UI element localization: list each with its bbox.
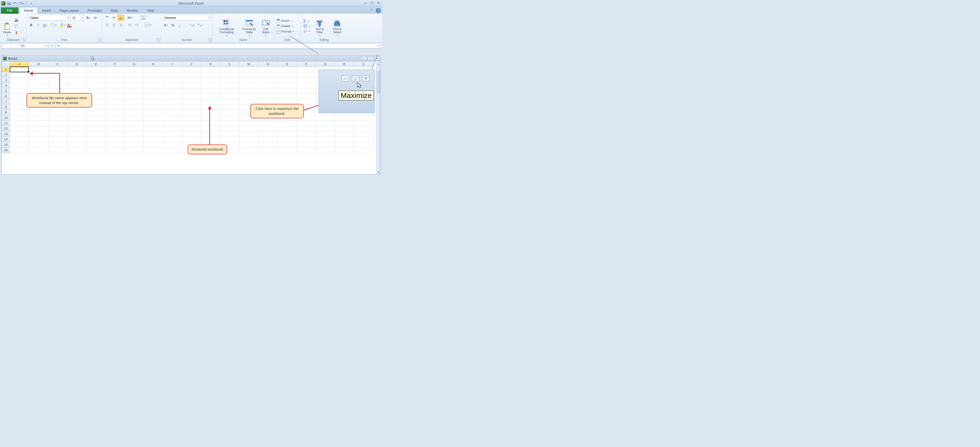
align-right-button[interactable] — [118, 22, 124, 28]
cell[interactable] — [86, 67, 105, 72]
scroll-up-button[interactable]: ▴ — [376, 62, 380, 66]
comma-format-button[interactable]: , — [177, 22, 183, 28]
cell[interactable] — [106, 126, 125, 132]
cell[interactable] — [239, 88, 258, 94]
cell[interactable] — [239, 148, 258, 153]
cell[interactable] — [201, 110, 220, 115]
cell[interactable] — [297, 83, 316, 88]
cell[interactable] — [335, 148, 354, 153]
cell[interactable] — [144, 132, 163, 137]
cell[interactable] — [297, 121, 316, 126]
cell[interactable] — [182, 67, 201, 72]
row-header[interactable]: 9 — [2, 110, 10, 115]
cell[interactable] — [258, 67, 277, 72]
cell[interactable] — [163, 148, 182, 153]
cell[interactable] — [125, 99, 144, 105]
column-header[interactable]: J — [182, 62, 201, 67]
cell[interactable] — [67, 121, 86, 126]
clipboard-dialog-launcher[interactable]: ↘ — [22, 38, 25, 41]
select-all-corner[interactable] — [2, 62, 10, 67]
percent-format-button[interactable]: % — [170, 22, 176, 28]
cell[interactable] — [10, 83, 29, 88]
cell[interactable] — [297, 126, 316, 132]
cell[interactable] — [258, 94, 278, 99]
cell[interactable] — [354, 137, 373, 142]
cell[interactable] — [163, 110, 182, 115]
cell[interactable] — [29, 110, 48, 115]
bold-button[interactable]: B — [28, 22, 34, 28]
cell[interactable] — [182, 88, 201, 94]
autosum-button[interactable]: Σ▾ — [302, 19, 311, 24]
cell[interactable] — [144, 121, 163, 126]
cell[interactable] — [144, 105, 163, 110]
cell[interactable] — [125, 78, 144, 83]
cell[interactable] — [67, 148, 86, 153]
cell[interactable] — [316, 115, 335, 121]
cell[interactable] — [258, 72, 278, 78]
cell[interactable] — [201, 72, 220, 78]
cell[interactable] — [182, 132, 201, 137]
cell[interactable] — [10, 72, 29, 78]
align-middle-button[interactable] — [111, 15, 117, 21]
cell[interactable] — [201, 88, 220, 94]
cell[interactable] — [220, 137, 239, 142]
column-header[interactable]: E — [86, 62, 106, 67]
cell[interactable] — [297, 78, 316, 83]
cell[interactable] — [86, 121, 106, 126]
cell[interactable] — [144, 94, 163, 99]
grow-font-button[interactable]: A▴ — [85, 15, 91, 21]
column-header[interactable]: G — [125, 62, 144, 67]
cell[interactable] — [258, 121, 278, 126]
cell[interactable] — [316, 126, 335, 132]
cell[interactable] — [201, 126, 220, 132]
cell[interactable] — [220, 83, 239, 88]
number-format-input[interactable] — [163, 16, 207, 20]
cell[interactable] — [201, 94, 220, 99]
cell[interactable] — [258, 142, 278, 148]
decrease-indent-button[interactable] — [127, 22, 133, 28]
cell[interactable] — [220, 99, 239, 105]
cell[interactable] — [144, 142, 163, 148]
chevron-down-icon[interactable]: ▾ — [81, 15, 84, 20]
cell[interactable] — [105, 67, 124, 72]
cell[interactable] — [86, 132, 106, 137]
font-dialog-launcher[interactable]: ↘ — [98, 38, 102, 41]
column-header[interactable]: D — [67, 62, 86, 67]
row-header[interactable]: 1 — [2, 67, 10, 72]
cell[interactable] — [182, 126, 201, 132]
tab-insert[interactable]: Insert — [38, 7, 55, 14]
cell[interactable] — [10, 132, 29, 137]
cell[interactable] — [297, 137, 316, 142]
cell[interactable] — [10, 121, 29, 126]
row-header[interactable]: 13 — [2, 132, 10, 137]
column-header[interactable]: Q — [316, 62, 335, 67]
cell[interactable] — [48, 148, 67, 153]
cell[interactable] — [86, 137, 106, 142]
cell[interactable] — [10, 137, 29, 142]
cell[interactable] — [316, 132, 335, 137]
copy-button[interactable] — [13, 23, 20, 29]
cell[interactable] — [201, 78, 220, 83]
cell[interactable] — [67, 137, 86, 142]
formula-input-area[interactable]: fx ▾ — [56, 43, 381, 48]
tab-home[interactable]: Home — [19, 7, 38, 14]
italic-button[interactable]: I — [35, 22, 41, 28]
column-header[interactable]: B — [29, 62, 48, 67]
column-header[interactable]: K — [201, 62, 220, 67]
cell[interactable] — [220, 110, 239, 115]
cell[interactable] — [125, 137, 144, 142]
cell[interactable] — [220, 115, 239, 121]
cell[interactable] — [67, 115, 86, 121]
column-header[interactable]: M — [239, 62, 258, 67]
cell[interactable] — [220, 88, 239, 94]
column-header[interactable]: C — [48, 62, 67, 67]
cell[interactable] — [106, 132, 125, 137]
cell[interactable] — [239, 94, 258, 99]
cell[interactable] — [296, 67, 315, 72]
cell[interactable] — [201, 99, 220, 105]
cell[interactable] — [239, 121, 258, 126]
cell[interactable] — [106, 137, 125, 142]
cell[interactable] — [201, 67, 220, 72]
tab-page-layout[interactable]: Page Layout — [55, 7, 83, 14]
cell[interactable] — [316, 148, 335, 153]
